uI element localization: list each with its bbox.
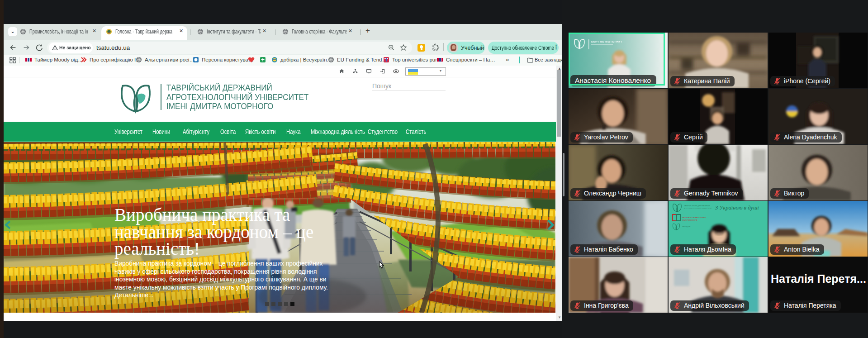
svg-text:ТАВРІЙСЬКИЙ ДЕРЖАВНИЙ: ТАВРІЙСЬКИЙ ДЕРЖАВНИЙ [684,205,710,207]
svg-text:КАФЕДРА: КАФЕДРА [682,225,691,228]
svg-text:З Україною в душі: З Україною в душі [715,205,759,211]
svg-text:АГРОТЕХНОЛОГІЧНИЙ УНІВЕРСИТЕТ: АГРОТЕХНОЛОГІЧНИЙ УНІВЕРСИТЕТ [684,208,712,209]
svg-text:КОМП. ТЕХНОЛОГІЙ: КОМП. ТЕХНОЛОГІЙ [682,219,697,221]
svg-text:ФАКУЛЬТЕТ ЕНЕРГЕТИКИ: ФАКУЛЬТЕТ ЕНЕРГЕТИКИ [682,216,706,219]
